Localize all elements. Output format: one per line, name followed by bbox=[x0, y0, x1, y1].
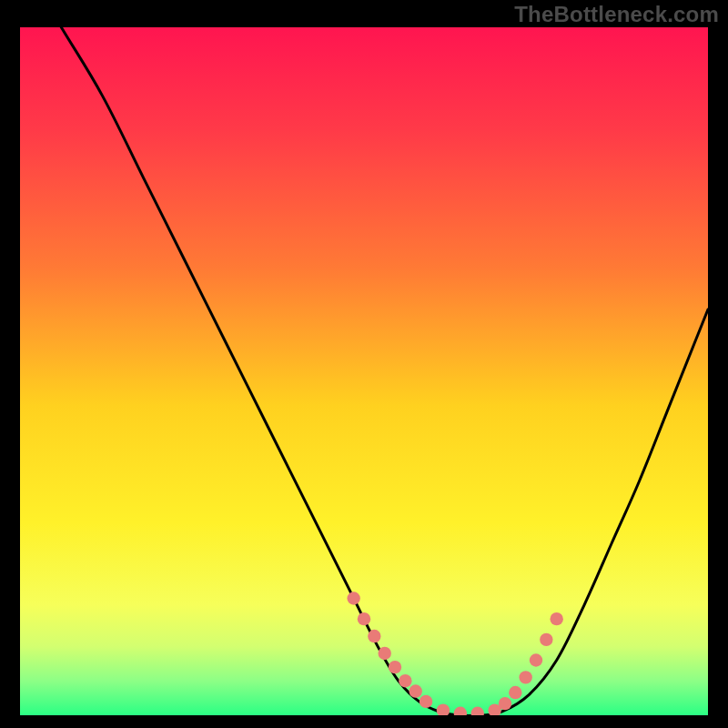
sweet-spot-dot bbox=[368, 630, 380, 642]
sweet-spot-dot bbox=[399, 674, 411, 687]
plot-area bbox=[20, 27, 708, 715]
sweet-spot-dot bbox=[410, 684, 422, 697]
sweet-spot-dot bbox=[499, 697, 511, 710]
gradient-background bbox=[20, 27, 708, 715]
bottleneck-chart bbox=[20, 27, 708, 715]
sweet-spot-dot bbox=[358, 612, 370, 625]
sweet-spot-dot bbox=[519, 671, 531, 683]
sweet-spot-dot bbox=[530, 653, 542, 666]
chart-frame: TheBottleneck.com bbox=[0, 0, 728, 728]
sweet-spot-dot bbox=[550, 612, 562, 625]
watermark-text: TheBottleneck.com bbox=[514, 2, 719, 27]
sweet-spot-dot bbox=[378, 647, 390, 660]
sweet-spot-dot bbox=[347, 592, 359, 604]
sweet-spot-dot bbox=[540, 633, 552, 646]
sweet-spot-dot bbox=[509, 686, 521, 699]
sweet-spot-dot bbox=[420, 695, 432, 708]
sweet-spot-dot bbox=[389, 661, 401, 673]
